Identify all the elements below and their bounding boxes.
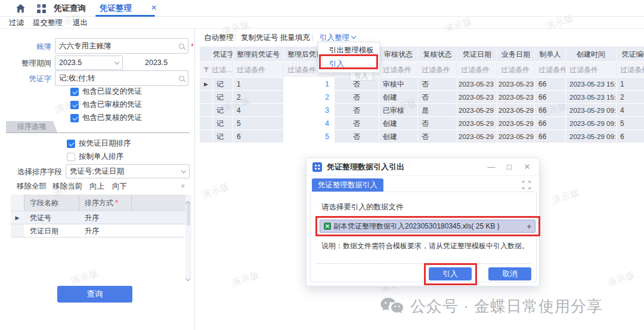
query-button[interactable]: 查询 [57, 286, 132, 303]
cell-vdate[interactable]: 2023-05-29 [457, 117, 497, 130]
file-input[interactable]: 副本凭证整理数据引入20230530180345.xls( 25 KB ) + [320, 220, 535, 233]
cell-code[interactable]: 1 [617, 78, 644, 91]
header-voucher-word[interactable]: 凭证字 [213, 47, 233, 62]
checkbox-icon[interactable] [70, 101, 79, 109]
filter-cell[interactable]: 过滤条件 [497, 62, 535, 78]
cell-flag[interactable]: 否 [335, 130, 379, 143]
import-button[interactable]: 引入 [429, 267, 472, 280]
menu-filter[interactable]: 过滤 [9, 17, 24, 29]
cell-word[interactable]: 记 [213, 78, 233, 91]
cell-review[interactable]: 否 [418, 130, 457, 143]
header-audit-status[interactable]: 审核状态 [379, 47, 418, 62]
add-file-icon[interactable]: + [527, 222, 531, 231]
cell-word[interactable]: 记 [213, 117, 233, 130]
menu-item-import[interactable]: 引入 [318, 57, 379, 71]
tab-voucher-query[interactable]: 凭证查询 [54, 0, 86, 16]
header-before-no[interactable]: 整理前凭证号 [233, 47, 284, 62]
filter-cell[interactable]: 过滤条件 [535, 62, 566, 78]
cell-audit[interactable]: 审核中 [379, 78, 418, 91]
cell-code[interactable]: 6 [617, 130, 644, 143]
cell-vdate[interactable]: 2023-05-29 [457, 130, 497, 143]
cell-before[interactable]: 4 [233, 104, 284, 117]
header-voucher-date[interactable]: 凭证日期 [457, 47, 497, 62]
search-icon[interactable] [179, 76, 184, 81]
checkbox-icon[interactable] [67, 153, 75, 161]
cell-review[interactable]: 是 [418, 104, 457, 117]
filter-first-cell[interactable]: 过滤... [200, 62, 233, 78]
move-up-button[interactable]: 向上 [89, 181, 104, 192]
copy-voucher-no-button[interactable]: 复制凭证号 [241, 30, 278, 45]
cell-word[interactable]: 记 [213, 104, 233, 117]
cell-ctime[interactable]: 2023-05-29 09:5 [566, 117, 617, 130]
cell-vdate[interactable]: 2023-05-23 [457, 91, 497, 104]
menu-exit[interactable]: 退出 [73, 17, 88, 29]
voucher-word-input[interactable]: 记;收;付;转 [55, 70, 188, 86]
dialog-tab-import[interactable]: 凭证整理数据引入 [312, 178, 383, 192]
tab-voucher-arrange[interactable]: 凭证整理 [100, 0, 151, 16]
ledger-input[interactable]: 六六专用主账簿 [55, 38, 188, 54]
auto-arrange-button[interactable]: 自动整理 [204, 30, 234, 45]
filter-cell[interactable]: 过滤条件 [379, 62, 418, 78]
home-icon[interactable] [16, 4, 26, 16]
table-row[interactable]: 记 4 3 否 已审核 是 2023-05-29 2023-05-29 66 2… [200, 104, 644, 117]
cell-order[interactable]: 升序 [79, 224, 131, 238]
cell-flag[interactable]: 否 [335, 91, 379, 104]
cell-field[interactable]: 凭证号 [24, 211, 79, 224]
checkbox-sort-by-date[interactable]: 按凭证日期排序 [67, 138, 131, 149]
scroll-up-icon[interactable] [186, 197, 192, 203]
cell-maker[interactable]: 66 [535, 78, 566, 91]
cell-maker[interactable]: 66 [535, 117, 566, 130]
checkbox-include-audited[interactable]: 包含已审核的凭证 [70, 100, 142, 110]
period-select[interactable]: 2023.5 [55, 55, 123, 70]
cell-before[interactable]: 6 [233, 130, 284, 143]
filter-cell[interactable]: 过滤条件 [233, 62, 284, 78]
cell-vdate[interactable]: 2023-05-29 [457, 104, 497, 117]
cell-code[interactable]: 5 [617, 117, 644, 130]
remove-all-button[interactable]: 移除全部 [17, 181, 47, 192]
menu-submit-arrange[interactable]: 提交整理 [33, 17, 63, 29]
cell-bdate[interactable]: 2023-05-23 [497, 78, 535, 91]
cell-after[interactable]: 1 [284, 78, 335, 91]
scrollbar[interactable] [185, 195, 191, 279]
cell-maker[interactable]: 66 [535, 91, 566, 104]
cell-after[interactable]: 5 [284, 130, 335, 143]
cell-before[interactable]: 2 [233, 91, 284, 104]
cell-review[interactable]: 否 [418, 91, 457, 104]
cell-order[interactable]: 升序 [79, 211, 131, 224]
header-maker[interactable]: 制单人 [535, 47, 566, 62]
cell-audit[interactable]: 已审核 [379, 104, 418, 117]
cell-ctime[interactable]: 2023-05-29 09:5 [566, 104, 617, 117]
checkbox-include-submitted[interactable]: 包含已提交的凭证 [70, 87, 142, 97]
cell-after[interactable]: 3 [284, 104, 335, 117]
cell-bdate[interactable]: 2023-05-29 [497, 130, 535, 143]
table-row[interactable]: 记 5 4 否 创建 否 2023-05-29 2023-05-29 66 20… [200, 117, 644, 130]
table-row[interactable]: 凭证日期 升序 [11, 224, 186, 238]
table-row[interactable]: ▶ 记 1 1 否 审核中 否 2023-05-23 2023-05-23 66… [200, 78, 644, 91]
cell-maker[interactable]: 66 [535, 104, 566, 117]
cancel-button[interactable]: 取消 [488, 267, 531, 280]
cell-bdate[interactable]: 2023-05-23 [497, 91, 535, 104]
cell-audit[interactable]: 创建 [379, 130, 418, 143]
menu-item-export-template[interactable]: 引出整理模板 [318, 44, 379, 57]
table-row[interactable]: ▶ 凭证号 升序 [11, 211, 186, 224]
cell-word[interactable]: 记 [213, 91, 233, 104]
checkbox-icon[interactable] [67, 140, 75, 148]
tab-close-icon[interactable]: ✕ [151, 0, 157, 16]
cell-maker[interactable]: 66 [535, 130, 566, 143]
checkbox-sort-by-maker[interactable]: 按制单人排序 [67, 152, 123, 162]
header-create-time[interactable]: 创建时间 [566, 47, 617, 62]
filter-cell[interactable]: 过滤条件 [566, 62, 617, 78]
header-voucher-code[interactable]: 凭证编码 [617, 47, 644, 62]
cell-after[interactable]: 4 [284, 117, 335, 130]
cell-vdate[interactable]: 2023-05-23 [457, 78, 497, 91]
checkbox-icon[interactable] [70, 88, 79, 96]
maximize-icon[interactable]: □ [503, 158, 515, 176]
cell-code[interactable]: 4 [617, 104, 644, 117]
cell-ctime[interactable]: 2023-05-23 15:5 [566, 78, 617, 91]
cell-ctime[interactable]: 2023-05-29 09:5 [566, 130, 617, 143]
cell-review[interactable]: 否 [418, 117, 457, 130]
search-icon[interactable] [179, 44, 184, 49]
apps-grid-icon[interactable] [37, 4, 46, 13]
chevron-down-icon[interactable] [114, 59, 119, 64]
chevron-down-icon[interactable] [181, 168, 186, 172]
